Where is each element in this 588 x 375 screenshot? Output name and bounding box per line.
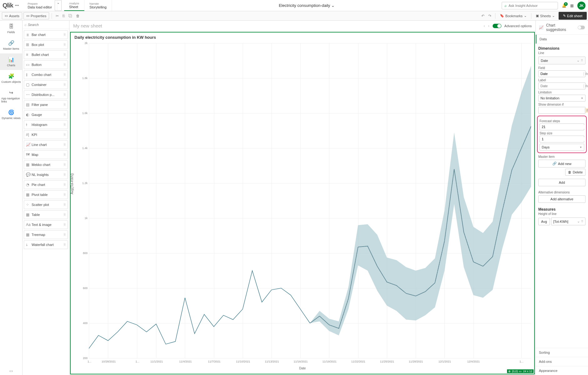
assets-button[interactable]: ▭Assets bbox=[2, 12, 22, 19]
nav-analyze[interactable]: Analyze Sheet bbox=[64, 0, 84, 11]
paste-icon[interactable]: ⿻ bbox=[67, 14, 74, 18]
chart-type-gauge[interactable]: ◐Gauge⠿ bbox=[24, 110, 68, 119]
sorting-tab[interactable]: Sorting bbox=[536, 348, 588, 357]
step-unit-select[interactable]: Days▼ bbox=[540, 144, 584, 151]
grip-icon[interactable]: ⠿ bbox=[63, 213, 66, 217]
grip-icon[interactable]: ⠿ bbox=[63, 53, 66, 57]
delete-button[interactable]: 🗑Delete bbox=[565, 169, 585, 176]
chart-type-button[interactable]: ▭Button⠿ bbox=[24, 60, 68, 69]
asset-search-input[interactable] bbox=[28, 23, 67, 27]
step-size-input[interactable] bbox=[542, 137, 585, 141]
chart-type-box-plot[interactable]: ⊞Box plot⠿ bbox=[24, 40, 68, 49]
suggestions-toggle[interactable] bbox=[578, 26, 585, 29]
edit-sheet-button[interactable]: ✎ Edit sheet bbox=[559, 12, 587, 20]
app-menu-icon[interactable]: ••• bbox=[15, 3, 19, 8]
grip-icon[interactable]: ⠿ bbox=[581, 59, 583, 62]
grip-icon[interactable]: ⠿ bbox=[63, 103, 66, 107]
next-sheet-icon[interactable]: › bbox=[488, 24, 489, 28]
chart-type-table[interactable]: ▦Table⠿ bbox=[24, 210, 68, 219]
apps-grid-icon[interactable]: ▦ bbox=[570, 3, 574, 8]
chart-type-text-image[interactable]: AaText & image⠿ bbox=[24, 220, 68, 229]
theme-icon[interactable]: ▭ bbox=[9, 369, 13, 373]
chart-type-line-chart[interactable]: 📈Line chart⠿ bbox=[24, 140, 68, 149]
add-new-button[interactable]: 🔗Add new bbox=[538, 160, 585, 168]
chart-type-pie-chart[interactable]: ◔Pie chart⠿ bbox=[24, 180, 68, 189]
show-if-input[interactable] bbox=[540, 108, 584, 112]
grip-icon[interactable]: ⠿ bbox=[63, 153, 66, 157]
sheet-title[interactable]: My new sheet bbox=[73, 23, 102, 28]
forecast-steps-input[interactable] bbox=[542, 125, 585, 129]
label-fx-button[interactable]: fx bbox=[584, 84, 588, 88]
redo-icon[interactable]: ↷ bbox=[486, 14, 493, 18]
show-if-fx-button[interactable]: fx bbox=[585, 108, 588, 113]
limitation-select[interactable]: No limitation▼ bbox=[538, 95, 585, 102]
grip-icon[interactable]: ⠿ bbox=[63, 33, 66, 37]
dimension-accordion[interactable]: Date⌄⠿ bbox=[538, 57, 585, 64]
insight-search-input[interactable] bbox=[509, 4, 555, 8]
prev-sheet-icon[interactable]: ‹ bbox=[484, 24, 485, 28]
appearance-tab[interactable]: Appearance bbox=[536, 366, 588, 375]
grip-icon[interactable]: ⠿ bbox=[63, 73, 66, 77]
chart-type-combo-chart[interactable]: ⫿Combo chart⠿ bbox=[24, 70, 68, 79]
grip-icon[interactable]: ⠿ bbox=[581, 220, 583, 223]
advanced-toggle[interactable] bbox=[493, 24, 501, 28]
properties-button[interactable]: ▭Properties bbox=[23, 12, 49, 19]
notifications-icon[interactable]: 🔔5 bbox=[562, 3, 566, 8]
chart-type-map[interactable]: 🗺Map⠿ bbox=[24, 150, 68, 159]
chart-type-mekko-chart[interactable]: ▦Mekko chart⠿ bbox=[24, 160, 68, 169]
delete-icon[interactable]: 🗑 bbox=[74, 14, 82, 18]
grip-icon[interactable]: ⠿ bbox=[63, 233, 66, 237]
rail-custom-objects[interactable]: 🧩Custom objects bbox=[0, 70, 22, 87]
grip-icon[interactable]: ⠿ bbox=[63, 113, 66, 117]
user-avatar[interactable]: JK bbox=[577, 2, 585, 10]
chart-type-container[interactable]: ▢Container⠿ bbox=[24, 80, 68, 89]
rail-charts[interactable]: 📊Charts bbox=[0, 53, 22, 70]
label-input[interactable] bbox=[540, 84, 584, 88]
insight-search[interactable]: ⌕ bbox=[502, 2, 558, 9]
chart-type-nl-insights[interactable]: 💬NL Insights⠿ bbox=[24, 170, 68, 179]
measure-field[interactable]: [Tot-KWh]⌄⠿ bbox=[551, 218, 585, 225]
cut-icon[interactable]: ✂ bbox=[54, 14, 61, 18]
rail-dynamic-views[interactable]: 🌀Dynamic views bbox=[0, 106, 22, 123]
grip-icon[interactable]: ⠿ bbox=[63, 203, 66, 207]
grip-icon[interactable]: ⠿ bbox=[63, 143, 66, 147]
grip-icon[interactable]: ⠿ bbox=[63, 183, 66, 187]
copy-icon[interactable]: ⎘ bbox=[61, 14, 67, 18]
measure-agg-button[interactable]: Avg bbox=[538, 218, 550, 225]
grip-icon[interactable]: ⠿ bbox=[63, 63, 66, 67]
grip-icon[interactable]: ⠿ bbox=[63, 163, 66, 167]
addons-tab[interactable]: Add-ons bbox=[536, 357, 588, 366]
bookmarks-button[interactable]: 🔖Bookmarks ⌄ bbox=[497, 12, 529, 19]
grip-icon[interactable]: ⠿ bbox=[63, 123, 66, 127]
chart-object[interactable]: Daily electricity consumption in KW hour… bbox=[70, 32, 535, 374]
data-tab[interactable]: Data bbox=[536, 35, 588, 44]
undo-icon[interactable]: ↶ bbox=[479, 14, 486, 18]
chart-type-pivot-table[interactable]: ▦Pivot table⠿ bbox=[24, 190, 68, 199]
rail-master-items[interactable]: 🔗Master items bbox=[0, 37, 22, 53]
chart-type-distribution-p-[interactable]: ⋯Distribution p...⠿ bbox=[24, 90, 68, 99]
chart-type-filter-pane[interactable]: ▤Filter pane⠿ bbox=[24, 100, 68, 109]
rail-nav-links[interactable]: ↪App navigation links bbox=[0, 87, 22, 106]
grip-icon[interactable]: ⠿ bbox=[63, 133, 66, 137]
chart-type-treemap[interactable]: ▦Treemap⠿ bbox=[24, 230, 68, 239]
grip-icon[interactable]: ⠿ bbox=[63, 223, 66, 227]
chart-type-waterfall-chart[interactable]: ⫰Waterfall chart⠿ bbox=[24, 240, 68, 249]
chart-type-histogram[interactable]: ⫳Histogram⠿ bbox=[24, 120, 68, 129]
rail-fields[interactable]: 🗄Fields bbox=[0, 21, 22, 37]
app-title-dropdown-icon[interactable]: ⌄ bbox=[331, 3, 335, 8]
grip-icon[interactable]: ⠿ bbox=[63, 193, 66, 197]
grip-icon[interactable]: ⠿ bbox=[63, 93, 66, 97]
add-alternative-button[interactable]: Add alternative bbox=[538, 195, 585, 203]
chart-type-kpi[interactable]: #|KPI⠿ bbox=[24, 130, 68, 139]
grip-icon[interactable]: ⠿ bbox=[63, 243, 66, 247]
app-title[interactable]: Electricity consumption-daily bbox=[279, 3, 330, 8]
grip-icon[interactable]: ⠿ bbox=[63, 43, 66, 47]
add-button[interactable]: Add bbox=[538, 179, 585, 186]
chart-type-bar-chart[interactable]: ⫼Bar chart⠿ bbox=[24, 30, 68, 39]
grip-icon[interactable]: ⠿ bbox=[63, 83, 66, 87]
nav-prepare[interactable]: Prepare Data load editor bbox=[23, 0, 57, 11]
field-fx-button[interactable]: fx bbox=[584, 72, 588, 76]
field-input[interactable] bbox=[540, 72, 584, 76]
sheets-button[interactable]: ▣Sheets ⌄ bbox=[533, 12, 557, 19]
chart-type-bullet-chart[interactable]: ≡Bullet chart⠿ bbox=[24, 50, 68, 59]
